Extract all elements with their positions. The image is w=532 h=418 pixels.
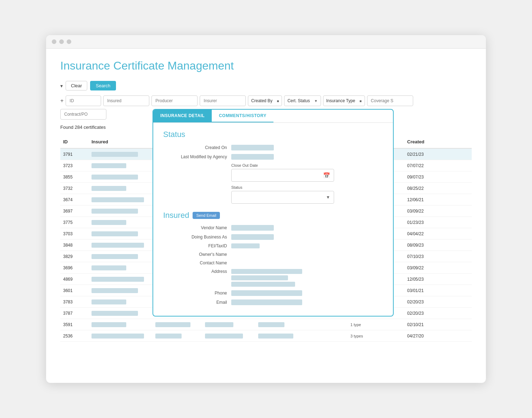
toolbar: ▾ Clear Search — [60, 81, 472, 90]
cert-status-select[interactable]: Cert. Status ▼ — [284, 95, 321, 106]
tab-comments-history[interactable]: COMMENTS/HISTORY — [212, 110, 273, 122]
cell-id: 3732 — [60, 185, 89, 192]
insurance-detail-modal: INSURANCE DETAIL COMMENTS/HISTORY Status… — [153, 109, 394, 317]
email-label: Email — [163, 300, 227, 305]
cell-insured — [89, 298, 153, 306]
status-section: Status ▼ — [231, 185, 334, 204]
cell-created: 02/20/23 — [404, 298, 447, 306]
cert-status-arrow: ▼ — [314, 99, 318, 103]
cell-created: 07/10/23 — [404, 253, 447, 260]
created-by-icon: ■ — [277, 99, 279, 103]
cell-insurance-type: 1 type — [348, 321, 404, 328]
cell-cert-status — [305, 335, 348, 337]
doing-business-as-value — [231, 234, 274, 240]
cell-insured — [89, 162, 153, 170]
insurer-input[interactable] — [200, 95, 246, 106]
cell-created-by — [255, 332, 305, 340]
created-by-label: Created By — [251, 98, 272, 103]
cell-insurer — [202, 321, 255, 329]
cell-id: 3848 — [60, 241, 89, 249]
filter-row: + Created By ■ Cert. Status ▼ Insurance … — [60, 95, 472, 106]
id-input[interactable] — [66, 95, 101, 106]
traffic-light-maximize — [67, 39, 71, 44]
fei-taxid-row: FEI/TaxID — [163, 243, 383, 248]
coverage-input[interactable] — [367, 95, 413, 106]
owners-name-row: Owner's Name — [163, 252, 383, 257]
created-on-value — [231, 145, 274, 150]
titlebar — [46, 35, 486, 49]
search-button[interactable]: Search — [90, 81, 116, 90]
close-out-date-row: Close Out Date 📅 — [163, 163, 383, 182]
app-window: Insurance Certificate Management ▾ Clear… — [46, 35, 486, 383]
created-by-select[interactable]: Created By ■ — [248, 95, 282, 106]
cell-id: 3829 — [60, 253, 89, 260]
col-insured: Insured — [89, 138, 153, 146]
fei-taxid-label: FEI/TaxID — [163, 243, 227, 248]
status-dropdown-arrow: ▼ — [326, 195, 330, 200]
status-label: Status — [231, 185, 334, 189]
contract-po-input[interactable] — [60, 109, 106, 120]
cell-created: 02/21/23 — [404, 150, 447, 158]
insurance-type-select[interactable]: Insurance Type ■ — [323, 95, 365, 106]
cell-insured — [89, 150, 153, 158]
cell-insured — [89, 275, 153, 283]
cell-id: 3791 — [60, 150, 89, 158]
email-value — [231, 299, 302, 305]
cell-created: 02/20/23 — [404, 309, 447, 317]
table-row[interactable]: 2536 3 types 04/27/20 — [60, 330, 472, 342]
cell-insured — [89, 241, 153, 249]
cell-id: 3674 — [60, 196, 89, 204]
tab-insurance-detail[interactable]: INSURANCE DETAIL — [153, 110, 212, 122]
clear-button[interactable]: Clear — [66, 81, 87, 90]
created-on-row: Created On — [163, 145, 383, 150]
modal-body: Status Created On Last Modified by Agenc… — [153, 123, 393, 316]
cell-created: 04/04/22 — [404, 230, 447, 238]
cell-insured — [89, 287, 153, 295]
cell-created: 03/09/22 — [404, 207, 447, 215]
collapse-icon[interactable]: ▾ — [60, 83, 63, 89]
insurance-type-icon: ■ — [360, 99, 362, 103]
address-label: Address — [163, 269, 227, 274]
cell-insured — [89, 230, 153, 238]
insured-section: Insured Send Email Vendor Name Doing Bus… — [163, 211, 383, 305]
cell-insurer — [202, 332, 255, 340]
status-section-title: Status — [163, 130, 383, 139]
add-filter-icon[interactable]: + — [60, 98, 63, 104]
last-modified-value — [231, 154, 274, 160]
cell-insurance-type: 3 types — [348, 332, 404, 340]
close-out-date-input[interactable]: 📅 — [231, 169, 334, 182]
cell-id: 3787 — [60, 309, 89, 317]
last-modified-row: Last Modified by Agency — [163, 154, 383, 160]
col-created: Created — [404, 138, 447, 146]
contact-name-label: Contact Name — [163, 260, 227, 265]
col-id: ID — [60, 138, 89, 146]
cert-status-label: Cert. Status — [287, 98, 310, 103]
cell-created: 08/25/22 — [404, 185, 447, 192]
owners-name-label: Owner's Name — [163, 252, 227, 257]
cell-created: 07/07/22 — [404, 162, 447, 170]
traffic-light-minimize — [59, 39, 64, 44]
cell-id: 2536 — [60, 332, 89, 340]
insurance-type-label: Insurance Type — [326, 98, 355, 103]
cell-created: 03/01/21 — [404, 287, 447, 295]
cell-created: 12/05/23 — [404, 275, 447, 283]
traffic-light-close — [52, 39, 56, 44]
cell-id: 3855 — [60, 173, 89, 181]
phone-row: Phone — [163, 290, 383, 296]
contact-name-row: Contact Name — [163, 260, 383, 265]
cell-id: 3775 — [60, 219, 89, 226]
send-email-button[interactable]: Send Email — [193, 212, 220, 219]
doing-business-as-row: Doing Business As — [163, 234, 383, 240]
cell-insured — [89, 309, 153, 317]
table-row[interactable]: 3591 1 type 02/10/21 — [60, 319, 472, 330]
insured-section-title: Insured — [163, 211, 189, 220]
insured-input[interactable] — [103, 95, 149, 106]
status-select[interactable]: ▼ — [231, 191, 334, 204]
cell-created: 03/09/22 — [404, 264, 447, 272]
cell-id: 3703 — [60, 230, 89, 238]
address-value — [231, 269, 302, 287]
producer-input[interactable] — [151, 95, 198, 106]
cell-created: 04/27/20 — [404, 332, 447, 340]
cell-insured — [89, 332, 153, 340]
vendor-name-label: Vendor Name — [163, 225, 227, 230]
